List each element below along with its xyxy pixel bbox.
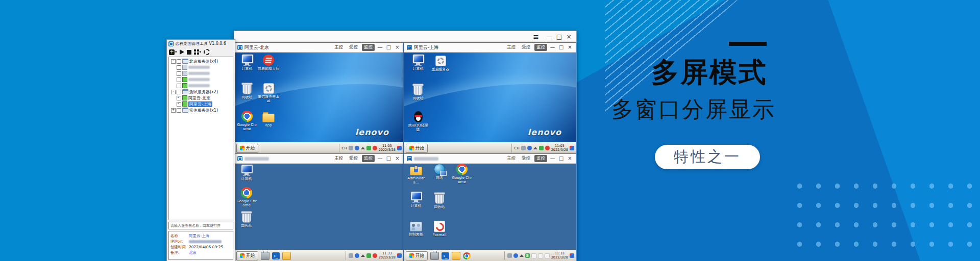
- tray-icon[interactable]: [349, 146, 353, 150]
- desktop-icon-admin-folder[interactable]: Administra...: [405, 164, 427, 185]
- server-manager-icon[interactable]: [430, 252, 439, 260]
- language-indicator[interactable]: CH: [342, 146, 347, 150]
- checkbox[interactable]: [177, 102, 181, 107]
- desktop-icon-chrome[interactable]: Google Chrome: [236, 111, 258, 131]
- tray-icon[interactable]: [373, 146, 377, 150]
- desktop-icon-qq[interactable]: 腾讯QQ轻聊版: [407, 111, 429, 132]
- tray-icon[interactable]: [507, 253, 512, 258]
- master-control-button[interactable]: 主控: [505, 155, 518, 162]
- checkbox[interactable]: [177, 90, 181, 94]
- input-toolbar-icon[interactable]: [545, 253, 550, 258]
- desktop-icon-recycle-bin[interactable]: 回收站: [236, 211, 257, 228]
- tray-flag-icon[interactable]: [570, 253, 574, 258]
- start-button[interactable]: 开始: [406, 144, 428, 153]
- desktop-icon-computer[interactable]: 计算机: [236, 165, 257, 181]
- desktop-icon-recycle-bin[interactable]: 回收站: [236, 82, 258, 99]
- start-button[interactable]: 开始: [236, 144, 258, 153]
- tree-group-beijing[interactable]: 北京服务器(x4): [169, 58, 232, 64]
- maximize-button[interactable]: □: [558, 155, 565, 162]
- checkbox[interactable]: [177, 59, 181, 64]
- desktop-icon-chrome[interactable]: Google Chrome: [451, 164, 473, 184]
- tree-group-physical[interactable]: 实体服务器(x1): [169, 107, 232, 113]
- tray-icon[interactable]: [373, 253, 377, 258]
- tree-server-blurred[interactable]: [169, 70, 232, 76]
- close-button[interactable]: ×: [394, 44, 401, 50]
- maximize-button[interactable]: □: [385, 155, 392, 162]
- checkbox[interactable]: [177, 77, 181, 82]
- minimize-button[interactable]: —: [377, 155, 383, 162]
- start-connection-button[interactable]: [180, 49, 184, 55]
- tray-icon[interactable]: [349, 253, 353, 258]
- menu-icon[interactable]: ≡: [533, 33, 539, 41]
- server-manager-icon[interactable]: [261, 252, 270, 260]
- explorer-folder-icon[interactable]: [452, 252, 460, 260]
- desktop-icon-restart-server[interactable]: 重启服务器: [430, 55, 451, 71]
- tray-flag-icon[interactable]: [397, 253, 402, 258]
- tree-group-test[interactable]: 测试服务器(x2): [169, 89, 232, 95]
- minimize-button[interactable]: —: [546, 34, 553, 40]
- checkbox[interactable]: [177, 96, 181, 100]
- language-indicator[interactable]: CH: [514, 146, 520, 150]
- maximize-button[interactable]: □: [558, 44, 565, 50]
- tray-expand-icon[interactable]: [361, 147, 365, 149]
- desktop-icon-computer[interactable]: 计算机: [236, 55, 258, 71]
- close-button[interactable]: ×: [394, 155, 401, 162]
- tree-server-blurred[interactable]: [169, 83, 232, 89]
- tray-flag-icon[interactable]: [397, 146, 402, 150]
- expander-icon[interactable]: [171, 59, 176, 64]
- powershell-icon[interactable]: [442, 252, 449, 259]
- tray-icon[interactable]: [527, 146, 532, 150]
- tray-icon[interactable]: [355, 146, 359, 150]
- desktop-icon-mail-master[interactable]: 网易邮箱大师: [258, 55, 279, 71]
- desktop-icon-chrome[interactable]: Google Chrome: [236, 187, 257, 207]
- tree-server-blurred[interactable]: [169, 64, 232, 70]
- minimize-button[interactable]: —: [549, 44, 556, 50]
- start-button[interactable]: 开始: [406, 251, 428, 260]
- slave-control-button[interactable]: 受控: [347, 155, 360, 162]
- tree-server-aliyun-beijing[interactable]: 阿里云-北京: [169, 95, 232, 101]
- stop-connection-button[interactable]: [187, 50, 191, 55]
- close-button[interactable]: ×: [567, 44, 573, 50]
- tray-icon[interactable]: [355, 253, 359, 258]
- desktop-icon-foxmail[interactable]: Foxmail: [429, 220, 450, 237]
- master-control-button[interactable]: 主控: [332, 155, 345, 162]
- desktop-icon-recycle-bin[interactable]: 回收站: [407, 83, 429, 100]
- close-button[interactable]: ×: [567, 155, 573, 162]
- tray-icon[interactable]: [539, 146, 544, 150]
- explorer-folder-icon[interactable]: [282, 252, 291, 260]
- slave-control-button[interactable]: 受控: [520, 155, 532, 162]
- checkbox[interactable]: [177, 65, 181, 70]
- expander-icon[interactable]: [171, 90, 176, 94]
- desktop-icon-network[interactable]: 网络: [429, 164, 450, 180]
- checkbox[interactable]: [177, 108, 181, 113]
- start-button[interactable]: 开始: [236, 251, 258, 260]
- tray-icon[interactable]: [521, 146, 526, 150]
- expander-icon[interactable]: [171, 108, 176, 113]
- maximize-button[interactable]: □: [385, 44, 392, 50]
- powershell-icon[interactable]: [272, 252, 280, 259]
- tray-expand-icon[interactable]: [361, 254, 365, 257]
- slave-control-button[interactable]: 受控: [347, 44, 360, 51]
- add-server-button[interactable]: ▾: [169, 49, 177, 55]
- tray-icon[interactable]: [513, 253, 518, 258]
- input-toolbar-icon[interactable]: [538, 253, 543, 258]
- tray-flag-icon[interactable]: [570, 146, 574, 150]
- desktop-icon-app-folder[interactable]: app: [258, 111, 279, 127]
- input-toolbar-icon[interactable]: [531, 253, 536, 258]
- tray-expand-icon[interactable]: [520, 254, 524, 257]
- minimize-button[interactable]: —: [377, 44, 383, 50]
- checkbox[interactable]: [177, 84, 181, 88]
- monitor-mode-button[interactable]: 监控: [534, 44, 547, 51]
- tree-server-blurred[interactable]: [169, 76, 232, 83]
- slave-control-button[interactable]: 受控: [520, 44, 532, 51]
- monitor-mode-button[interactable]: 监控: [362, 44, 375, 51]
- layout-grid-button[interactable]: ▾: [194, 49, 202, 55]
- tray-icon[interactable]: [366, 253, 371, 258]
- tree-server-aliyun-shanghai[interactable]: 阿里云-上海: [169, 101, 232, 107]
- minimize-button[interactable]: —: [549, 155, 556, 162]
- sogou-input-icon[interactable]: [525, 253, 530, 258]
- desktop-icon-computer[interactable]: 计算机: [407, 55, 429, 71]
- settings-button[interactable]: [204, 49, 210, 55]
- checkbox[interactable]: [177, 71, 181, 76]
- monitor-mode-button[interactable]: 监控: [534, 155, 547, 162]
